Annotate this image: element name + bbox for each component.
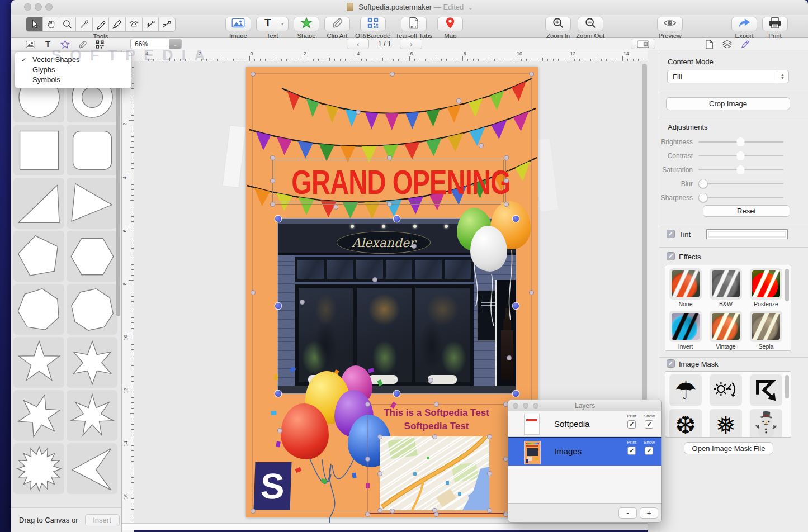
selection-handle[interactable] xyxy=(529,290,534,295)
crop-image-button[interactable]: Crop Image xyxy=(666,97,790,110)
open-image-mask-file-button[interactable]: Open Image Mask File xyxy=(684,442,773,454)
pen-tool[interactable] xyxy=(76,17,93,31)
map-image[interactable] xyxy=(380,436,489,510)
mask-snowflake[interactable]: ❅ xyxy=(708,409,743,438)
balloons-top-right[interactable] xyxy=(455,200,537,351)
effect-posterize[interactable]: Posterize xyxy=(749,268,783,307)
selection-handle[interactable] xyxy=(394,216,400,222)
qr-dark-icon[interactable] xyxy=(95,40,105,49)
selection-handle[interactable] xyxy=(487,434,492,439)
panel-minimize-button[interactable] xyxy=(523,403,528,408)
print-checkbox[interactable]: ✓ xyxy=(627,446,636,455)
mask-corner-arrow[interactable] xyxy=(749,374,783,406)
selection-handle[interactable] xyxy=(270,202,275,207)
panel-close-button[interactable] xyxy=(513,403,518,408)
slider-thumb[interactable] xyxy=(736,165,745,174)
selection-handle[interactable] xyxy=(432,508,437,513)
content-mode-select[interactable]: Fill ▲▼ xyxy=(667,70,789,83)
selection-handle[interactable] xyxy=(333,205,338,210)
selection-handle[interactable] xyxy=(377,508,382,513)
shape-rounded-square[interactable] xyxy=(67,125,117,175)
slider-thumb[interactable] xyxy=(698,193,708,202)
logo-badge[interactable]: S xyxy=(254,462,292,510)
selection-handle[interactable] xyxy=(504,155,509,160)
shape-star-6-rotated[interactable] xyxy=(13,390,64,441)
selection-handle[interactable] xyxy=(365,402,370,407)
selection-handle[interactable] xyxy=(428,378,433,383)
selection-handle[interactable] xyxy=(251,290,256,295)
star-outline-icon[interactable] xyxy=(60,40,70,49)
cursor-tool[interactable] xyxy=(26,17,43,31)
shape-star-7[interactable] xyxy=(67,390,117,441)
selection-handle[interactable] xyxy=(504,178,509,183)
selection-handle[interactable] xyxy=(270,178,275,183)
bezier-pen-tool[interactable] xyxy=(126,17,143,31)
edit-pencil-icon[interactable] xyxy=(740,40,750,49)
selection-handle[interactable] xyxy=(300,300,305,305)
image-mask-checkbox[interactable]: ✓ xyxy=(667,359,675,368)
selection-handle[interactable] xyxy=(412,244,417,249)
shape-library-menu[interactable]: ✓Vector ShapesGlyphsSymbols xyxy=(15,51,132,88)
selection-handle[interactable] xyxy=(434,402,439,407)
selection-handle[interactable] xyxy=(365,457,370,462)
contrast-slider[interactable] xyxy=(698,155,783,156)
effect-invert[interactable]: Invert xyxy=(668,311,703,350)
zoom-in-button[interactable]: Zoom In xyxy=(545,17,571,39)
effects-scrollbar[interactable] xyxy=(785,269,789,301)
shape-hexagon[interactable] xyxy=(67,231,117,282)
effect-vintage[interactable]: Vintage xyxy=(708,311,743,350)
selection-handle[interactable] xyxy=(387,202,392,207)
shape-octagon[interactable] xyxy=(67,284,117,335)
selection-handle[interactable] xyxy=(513,303,519,309)
show-checkbox[interactable]: ✓ xyxy=(645,420,653,429)
selection-handle[interactable] xyxy=(456,98,461,103)
zoom-out-button[interactable]: Zoom Out xyxy=(576,17,604,39)
paperclip-icon[interactable] xyxy=(78,40,87,49)
effect-none[interactable]: None xyxy=(668,268,703,307)
selection-handle[interactable] xyxy=(390,72,395,77)
hand-tool[interactable] xyxy=(43,17,60,31)
show-checkbox[interactable]: ✓ xyxy=(645,446,653,455)
shape-square[interactable] xyxy=(13,125,64,175)
poster-page[interactable]: GRAND OPENING Alexander xyxy=(246,67,538,517)
menu-item-symbols[interactable]: Symbols xyxy=(15,75,131,85)
tint-color-well[interactable] xyxy=(706,229,788,239)
selection-handle[interactable] xyxy=(377,471,382,476)
sidebar-scrollbar[interactable] xyxy=(116,55,120,316)
selection-handle[interactable] xyxy=(275,216,281,222)
tear-off-tabs-button[interactable]: Tear-off Tabs xyxy=(395,17,432,39)
selection-handle[interactable] xyxy=(365,512,370,517)
selection-handle[interactable] xyxy=(377,434,382,439)
chevron-down-icon[interactable]: ⌄ xyxy=(169,39,181,49)
next-page-button[interactable]: › xyxy=(400,39,422,49)
selection-handle[interactable] xyxy=(356,110,361,115)
layers-icon[interactable] xyxy=(722,40,732,49)
selection-handle[interactable] xyxy=(487,471,492,476)
menu-item-glyphs[interactable]: Glyphs xyxy=(15,65,131,75)
preview-button[interactable]: Preview xyxy=(657,17,683,39)
shape-star-6[interactable] xyxy=(67,337,117,388)
caption-text[interactable]: This is a Softpedia Test Softpedia Test xyxy=(367,406,505,433)
selection-handle[interactable] xyxy=(251,509,256,514)
shape-pentagon[interactable] xyxy=(13,231,64,282)
image-small-icon[interactable] xyxy=(26,40,35,49)
selection-handle[interactable] xyxy=(277,428,282,433)
titlebar[interactable]: Softpedia.postermaker — Edited ⌄ xyxy=(11,0,808,15)
slider-thumb[interactable] xyxy=(698,179,708,188)
previous-page-button[interactable]: ‹ xyxy=(347,39,369,49)
shape-triangle[interactable] xyxy=(67,178,117,229)
shape-starburst[interactable] xyxy=(13,443,64,494)
panel-zoom-button[interactable] xyxy=(533,403,538,408)
tint-checkbox[interactable]: ✓ xyxy=(667,230,675,238)
text-icon[interactable]: T xyxy=(43,40,53,49)
headline-text-box[interactable]: GRAND OPENING xyxy=(272,158,506,205)
mask-snowflake-heavy[interactable]: ❆ xyxy=(668,409,703,438)
layer-row-images[interactable]: ImagesPrint✓Show✓ xyxy=(508,437,662,466)
selection-handle[interactable] xyxy=(251,72,256,77)
zoom-level-select[interactable]: 66% ⌄ xyxy=(130,39,182,49)
selection-handle[interactable] xyxy=(390,509,395,514)
sidebar-toggle-button[interactable] xyxy=(631,39,655,49)
selection-handle[interactable] xyxy=(270,155,275,160)
brightness-slider[interactable] xyxy=(698,141,783,142)
mask-scrollbar[interactable] xyxy=(785,375,789,398)
